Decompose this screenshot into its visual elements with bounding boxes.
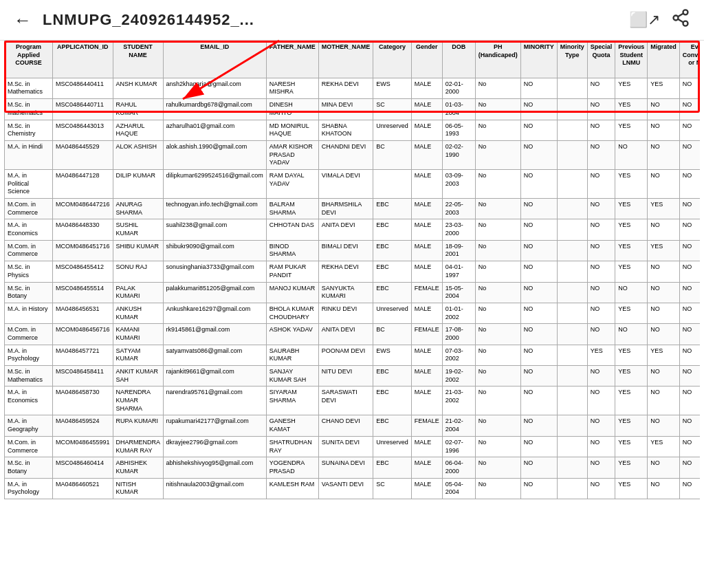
table-cell: NO [648, 457, 680, 478]
table-row: M.A. in Political ScienceMA0486447128DIL… [5, 169, 701, 198]
table-cell: NO [587, 120, 615, 140]
table-cell: No [475, 386, 520, 415]
table-cell: MA0486458730 [53, 386, 113, 415]
table-cell: ASHOK YADAV [266, 324, 318, 345]
table-cell: YOGENDRA PRASAD [266, 457, 318, 478]
table-cell: NO [679, 240, 700, 261]
table-cell: No [475, 345, 520, 365]
table-cell [557, 324, 587, 345]
table-cell: sonusinghania3733@gmail.com [163, 261, 266, 282]
table-cell: NO [615, 140, 648, 169]
table-cell: MALE [411, 261, 442, 282]
table-cell: azharulha01@gmail.com [163, 120, 266, 140]
table-cell: NO [679, 345, 700, 365]
table-cell: NO [679, 219, 700, 240]
table-cell: M.A. in Geography [5, 415, 53, 436]
table-body: M.Sc. in MathematicsMSC0486440411ANSH KU… [5, 78, 701, 499]
table-cell: MA0486445529 [53, 140, 113, 169]
table-cell: MD MONIRUL HAQUE [266, 120, 318, 140]
table-cell: YES [615, 345, 648, 365]
table-cell: SHATRUDHAN RAY [266, 436, 318, 457]
table-cell: YES [648, 436, 680, 457]
table-cell: NO [587, 99, 615, 120]
table-cell: EWS [373, 345, 412, 365]
table-cell: MSC0486458411 [53, 366, 113, 386]
table-cell: rahulkumardbg678@gmail.com [163, 99, 266, 120]
table-cell: NO [520, 303, 557, 323]
table-cell: 01-01-2002 [442, 303, 475, 323]
table-cell: M.A. in History [5, 303, 53, 323]
table-cell [557, 457, 587, 478]
table-cell: MA0486457721 [53, 345, 113, 365]
table-cell: DILIP KUMAR [113, 169, 163, 198]
table-cell: 05-04-2004 [442, 478, 475, 499]
table-cell: M.A. in Psychology [5, 478, 53, 499]
table-cell: M.A. in Political Science [5, 169, 53, 198]
table-cell: MSC0486460414 [53, 457, 113, 478]
table-cell: EBC [373, 199, 412, 219]
table-cell: alok.ashish.1990@gmail.com [163, 140, 266, 169]
table-cell: BHOLA KUMAR CHOUDHARY [266, 303, 318, 323]
table-cell: MA0486459524 [53, 415, 113, 436]
table-cell: NO [679, 169, 700, 198]
table-row: M.Sc. in BotanyMSC0486455514PALAK KUMARI… [5, 282, 701, 303]
table-cell: NO [587, 415, 615, 436]
table-cell: dkrayjee2796@gmail.com [163, 436, 266, 457]
table-cell: EWS [373, 78, 412, 98]
col-header-category: Category [373, 41, 412, 78]
table-cell: M.A. in Economics [5, 386, 53, 415]
back-button[interactable]: ← [14, 10, 32, 31]
table-cell: No [475, 457, 520, 478]
data-table-wrapper: Program Applied COURSE APPLICATION_ID ST… [4, 41, 700, 499]
table-cell: SATYAM KUMAR [113, 345, 163, 365]
table-cell: NO [520, 324, 557, 345]
table-cell: NO [679, 140, 700, 169]
table-cell: ANKUSH KUMAR [113, 303, 163, 323]
table-cell: NO [648, 219, 680, 240]
table-cell: RAM DAYAL YADAV [266, 169, 318, 198]
table-cell [557, 140, 587, 169]
table-row: M.Com. in CommerceMCOM0486456716KAMANI K… [5, 324, 701, 345]
table-cell: BC [373, 140, 412, 169]
table-cell: No [475, 99, 520, 120]
table-cell: MANOJ KUMAR [266, 282, 318, 303]
col-header-minority: MINORITY [520, 41, 557, 78]
table-row: M.A. in HistoryMA0486456531ANKUSH KUMARA… [5, 303, 701, 323]
table-cell: 06-05-1993 [442, 120, 475, 140]
table-cell: MALE [411, 169, 442, 198]
table-cell: EBC [373, 282, 412, 303]
table-cell: MALE [411, 366, 442, 386]
table-cell: MSC0486455412 [53, 261, 113, 282]
table-cell: KAMANI KUMARI [113, 324, 163, 345]
table-cell: REKHA DEVI [318, 261, 373, 282]
export-icon[interactable]: ⬜↗ [629, 11, 660, 29]
table-cell: No [475, 78, 520, 98]
table-cell: NO [587, 324, 615, 345]
table-cell [557, 261, 587, 282]
table-cell: MCOM0486456716 [53, 324, 113, 345]
table-cell: MALE [411, 219, 442, 240]
table-cell: DHARMENDRA KUMAR RAY [113, 436, 163, 457]
table-cell: SHIBU KUMAR [113, 240, 163, 261]
table-cell: NO [615, 282, 648, 303]
table-cell: 04-01-1997 [442, 261, 475, 282]
table-cell: RAHUL KUMAR [113, 99, 163, 120]
table-cell: REKHA DEVI [318, 78, 373, 98]
table-cell: NO [520, 219, 557, 240]
table-cell: YES [615, 78, 648, 98]
table-cell: No [475, 199, 520, 219]
table-cell: abhishekshivyog95@gmail.com [163, 457, 266, 478]
table-cell: No [475, 282, 520, 303]
table-cell: YES [615, 240, 648, 261]
share-icon[interactable] [671, 8, 690, 32]
table-cell: Unreserved [373, 303, 412, 323]
table-cell: NO [648, 261, 680, 282]
table-cell: NO [679, 386, 700, 415]
table-cell: No [475, 169, 520, 198]
table-cell [557, 386, 587, 415]
table-cell: YES [587, 345, 615, 365]
table-row: M.A. in EconomicsMA0486448330SUSHIL KUMA… [5, 219, 701, 240]
table-cell: No [475, 415, 520, 436]
table-cell: M.Com. in Commerce [5, 436, 53, 457]
table-cell: BALRAM SHARMA [266, 199, 318, 219]
